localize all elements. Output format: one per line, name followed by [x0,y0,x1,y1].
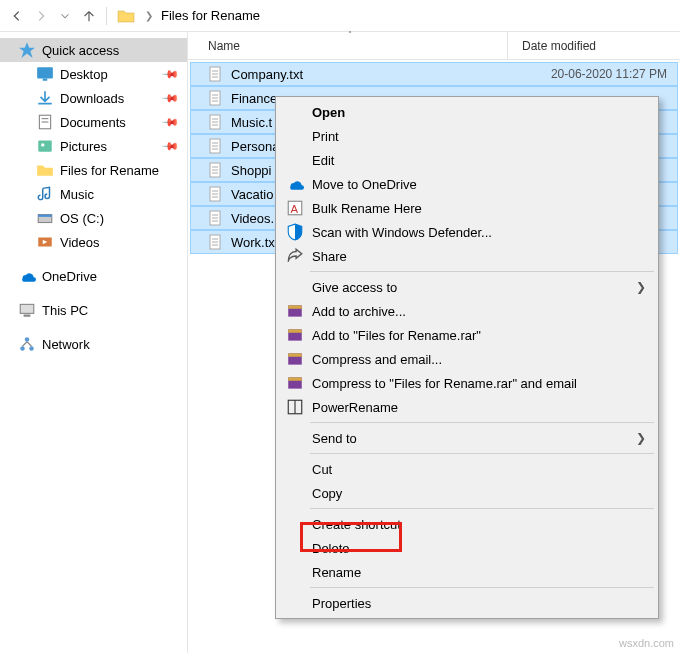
sidebar-files-for-rename[interactable]: Files for Rename [0,158,187,182]
svg-rect-11 [24,315,31,317]
back-button[interactable] [6,5,28,27]
breadcrumb-current[interactable]: Files for Rename [159,6,262,25]
svg-point-13 [20,346,25,351]
address-toolbar: ❯ Files for Rename [0,0,680,32]
column-name-header[interactable]: ˄ Name [188,32,508,59]
file-name: Company.txt [231,67,521,82]
sidebar-music[interactable]: Music [0,182,187,206]
bulk-rename-icon: A [286,199,304,217]
context-menu: Open Print Edit Move to OneDrive A Bulk … [275,96,659,619]
file-row[interactable]: Company.txt 20-06-2020 11:27 PM [190,62,678,86]
menu-share[interactable]: Share [278,244,656,268]
winrar-icon [286,350,304,368]
sidebar-documents[interactable]: Documents 📌 [0,110,187,134]
column-label: Name [208,39,240,53]
recent-dropdown[interactable] [54,5,76,27]
sidebar-label: Files for Rename [60,163,159,178]
folder-icon [117,7,135,25]
svg-rect-8 [38,215,52,217]
share-icon [286,247,304,265]
sidebar-this-pc[interactable]: This PC [0,298,187,322]
text-file-icon [207,186,223,202]
winrar-icon [286,374,304,392]
text-file-icon [207,162,223,178]
menu-powerrename[interactable]: PowerRename [278,395,656,419]
svg-point-6 [41,143,44,146]
sidebar-desktop[interactable]: Desktop 📌 [0,62,187,86]
videos-icon [36,234,54,250]
toolbar-divider [106,7,107,25]
watermark: wsxdn.com [619,637,674,649]
text-file-icon [207,114,223,130]
sidebar-pictures[interactable]: Pictures 📌 [0,134,187,158]
menu-add-archive[interactable]: Add to archive... [278,299,656,323]
menu-bulk-rename[interactable]: A Bulk Rename Here [278,196,656,220]
sidebar-label: Desktop [60,67,108,82]
star-icon [18,42,36,58]
svg-rect-10 [20,304,34,313]
drive-icon [36,210,54,226]
sidebar-label: Documents [60,115,126,130]
menu-move-onedrive[interactable]: Move to OneDrive [278,172,656,196]
winrar-icon [286,302,304,320]
svg-rect-52 [288,329,302,332]
text-file-icon [207,210,223,226]
navigation-pane: Quick access Desktop 📌 Downloads 📌 Docum… [0,32,188,653]
text-file-icon [207,138,223,154]
sidebar-label: Network [42,337,90,352]
column-date-header[interactable]: Date modified [508,39,680,53]
menu-rename[interactable]: Rename [278,560,656,584]
documents-icon [36,114,54,130]
menu-copy[interactable]: Copy [278,481,656,505]
menu-create-shortcut[interactable]: Create shortcut [278,512,656,536]
sidebar-network[interactable]: Network [0,332,187,356]
svg-text:A: A [291,203,299,215]
sidebar-quick-access[interactable]: Quick access [0,38,187,62]
sidebar-onedrive[interactable]: OneDrive [0,264,187,288]
menu-defender[interactable]: Scan with Windows Defender... [278,220,656,244]
menu-separator [310,508,654,509]
menu-properties[interactable]: Properties [278,591,656,615]
downloads-icon [36,90,54,106]
up-button[interactable] [78,5,100,27]
menu-cut[interactable]: Cut [278,457,656,481]
menu-add-rar[interactable]: Add to "Files for Rename.rar" [278,323,656,347]
pin-icon: 📌 [160,112,179,131]
svg-rect-5 [38,140,52,151]
menu-open[interactable]: Open [278,100,656,124]
svg-rect-54 [288,353,302,356]
menu-separator [310,271,654,272]
menu-separator [310,453,654,454]
sort-indicator-icon: ˄ [348,30,352,39]
sidebar-label: Music [60,187,94,202]
text-file-icon [207,90,223,106]
sidebar-label: OneDrive [42,269,97,284]
folder-icon [36,162,54,178]
menu-give-access[interactable]: Give access to ❯ [278,275,656,299]
sidebar-downloads[interactable]: Downloads 📌 [0,86,187,110]
menu-compress-email[interactable]: Compress and email... [278,347,656,371]
network-icon [18,336,36,352]
menu-send-to[interactable]: Send to ❯ [278,426,656,450]
column-headers: ˄ Name Date modified [188,32,680,60]
menu-edit[interactable]: Edit [278,148,656,172]
powerrename-icon [286,398,304,416]
menu-compress-rar-email[interactable]: Compress to "Files for Rename.rar" and e… [278,371,656,395]
sidebar-label: Downloads [60,91,124,106]
forward-button[interactable] [30,5,52,27]
svg-rect-56 [288,377,302,380]
menu-print[interactable]: Print [278,124,656,148]
sidebar-videos[interactable]: Videos [0,230,187,254]
chevron-right-icon: ❯ [145,10,153,21]
sidebar-label: OS (C:) [60,211,104,226]
sidebar-os-c[interactable]: OS (C:) [0,206,187,230]
pin-icon: 📌 [160,136,179,155]
column-label: Date modified [522,39,596,53]
onedrive-icon [18,268,36,284]
svg-rect-1 [43,79,48,81]
menu-delete[interactable]: Delete [278,536,656,560]
music-icon [36,186,54,202]
pin-icon: 📌 [160,88,179,107]
chevron-right-icon: ❯ [636,280,646,294]
pictures-icon [36,138,54,154]
